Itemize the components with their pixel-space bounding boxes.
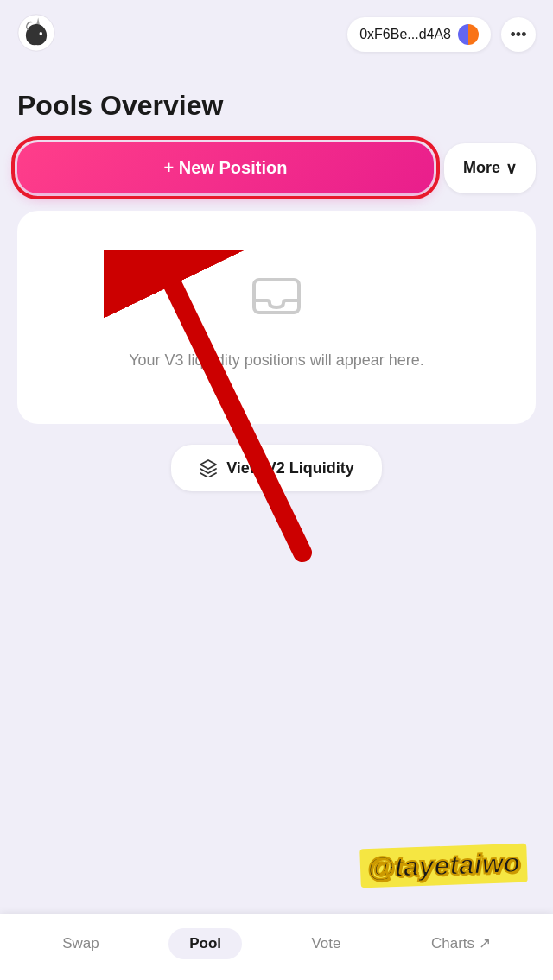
- nav-pool-label: Pool: [189, 935, 221, 952]
- wallet-avatar: [458, 24, 479, 45]
- view-v2-liquidity-button[interactable]: View V2 Liquidity: [171, 445, 382, 491]
- more-button-label: More: [463, 159, 500, 177]
- layers-icon: [199, 458, 218, 477]
- watermark: @tayetaiwo: [360, 846, 527, 885]
- bottom-nav: Swap Pool Vote Charts ↗: [0, 914, 553, 980]
- nav-charts-label: Charts ↗: [431, 934, 491, 952]
- nav-swap[interactable]: Swap: [41, 928, 120, 959]
- header: 0xF6Be...d4A8 •••: [0, 0, 553, 69]
- empty-state-text: Your V3 liquidity positions will appear …: [52, 349, 501, 372]
- v2-button-label: View V2 Liquidity: [226, 459, 354, 477]
- nav-pool[interactable]: Pool: [168, 928, 242, 959]
- new-position-button[interactable]: + New Position: [17, 142, 434, 193]
- nav-vote[interactable]: Vote: [290, 928, 361, 959]
- wallet-address-text: 0xF6Be...d4A8: [359, 27, 451, 42]
- watermark-text: @tayetaiwo: [359, 844, 527, 888]
- header-right: 0xF6Be...d4A8 •••: [347, 17, 536, 52]
- nav-vote-label: Vote: [311, 935, 340, 952]
- inbox-icon: [245, 262, 308, 325]
- nav-charts[interactable]: Charts ↗: [410, 927, 512, 959]
- logo: [17, 14, 55, 55]
- nav-swap-label: Swap: [62, 935, 99, 952]
- main-content: Pools Overview + New Position More ∨ You: [0, 69, 553, 512]
- chevron-down-icon: ∨: [505, 159, 517, 178]
- svg-point-2: [40, 32, 43, 35]
- wallet-address-button[interactable]: 0xF6Be...d4A8: [347, 17, 491, 52]
- empty-state-card: Your V3 liquidity positions will appear …: [17, 211, 536, 424]
- page-title: Pools Overview: [17, 90, 536, 122]
- more-dots-icon: •••: [511, 26, 527, 44]
- header-more-dots-button[interactable]: •••: [501, 17, 536, 52]
- action-row: + New Position More ∨: [17, 142, 536, 193]
- more-button[interactable]: More ∨: [444, 143, 536, 193]
